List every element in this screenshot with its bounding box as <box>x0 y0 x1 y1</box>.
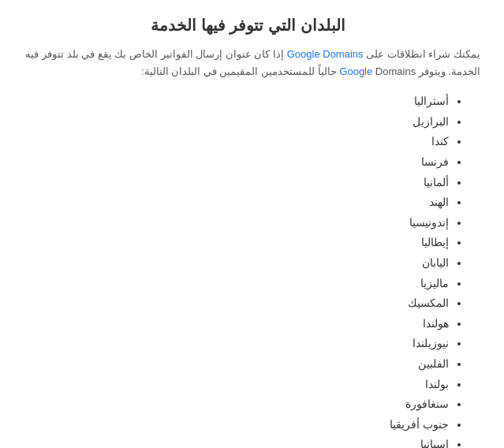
list-item: ألمانيا <box>16 174 449 192</box>
list-item: أستراليا <box>16 93 449 110</box>
intro-part1: يمكنك شراء انطلاقات على <box>364 48 480 60</box>
list-item: سنغافورة <box>16 396 449 413</box>
list-item: اليابان <box>16 255 449 272</box>
list-item: بولندا <box>16 376 449 394</box>
list-item: الهند <box>16 194 449 211</box>
list-item: إيطاليا <box>16 234 449 252</box>
google-domains-link1[interactable]: Google Domains <box>287 48 364 60</box>
list-item: نيوزيلندا <box>16 335 449 353</box>
list-item: المكسيك <box>16 295 449 312</box>
intro-part3: Domains حالياً للمستخدمين المقيمين في ال… <box>141 65 416 77</box>
list-item: إسبانيا <box>16 436 449 448</box>
list-item: الفلبين <box>16 356 449 373</box>
countries-list: أسترالياالبرازيلكندافرنساألمانياالهندإند… <box>16 93 480 448</box>
list-item: البرازيل <box>16 114 449 131</box>
page-title: البلدان التي تتوفر فيها الخدمة <box>16 16 480 35</box>
list-item: كندا <box>16 133 449 151</box>
page-container: البلدان التي تتوفر فيها الخدمة يمكنك شرا… <box>0 0 504 448</box>
list-item: هولندا <box>16 315 449 333</box>
list-item: ماليزيا <box>16 275 449 293</box>
list-item: إندونيسيا <box>16 215 449 232</box>
intro-paragraph: يمكنك شراء انطلاقات على Google Domains إ… <box>16 46 480 80</box>
list-item: فرنسا <box>16 154 449 171</box>
google-domains-link2[interactable]: Google <box>339 65 372 77</box>
list-item: جنوب أفريقيا <box>16 416 449 434</box>
